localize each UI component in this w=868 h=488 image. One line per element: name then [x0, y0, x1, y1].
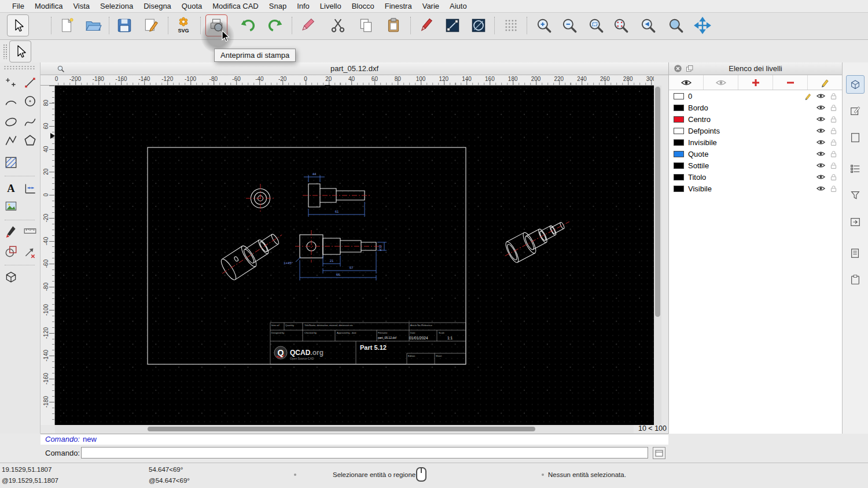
- copy-button[interactable]: [355, 14, 377, 36]
- circle-null-layer-button[interactable]: [468, 14, 490, 36]
- line-tool-button[interactable]: [21, 73, 39, 91]
- horizontal-scrollbar-thumb[interactable]: [148, 427, 535, 431]
- redo-button[interactable]: [264, 14, 286, 36]
- vertical-scrollbar[interactable]: [654, 86, 661, 425]
- zoom-auto-button[interactable]: [585, 14, 607, 36]
- menu-item-modifica-cad[interactable]: Modifica CAD: [207, 1, 263, 12]
- menu-item-file[interactable]: File: [7, 1, 30, 12]
- layer-visibility-eye-icon[interactable]: [816, 186, 825, 191]
- viewport-3d-tool-button[interactable]: [2, 268, 20, 286]
- pan-button[interactable]: [692, 14, 713, 36]
- arc-tool-button[interactable]: [2, 92, 20, 110]
- dock-clipboard-button[interactable]: [846, 271, 865, 289]
- layer-visibility-eye-icon[interactable]: [816, 105, 825, 110]
- hide-all-layers-button[interactable]: [704, 75, 738, 90]
- horizontal-scrollbar[interactable]: [55, 425, 634, 433]
- layer-row[interactable]: Defpoints: [669, 125, 842, 136]
- add-layer-button[interactable]: [738, 75, 773, 90]
- menu-item-seleziona[interactable]: Seleziona: [95, 1, 138, 12]
- dock-sheet-button[interactable]: [846, 128, 865, 147]
- edit-layer-button[interactable]: [808, 75, 842, 90]
- menu-item-quota[interactable]: Quota: [176, 1, 207, 12]
- measure-tool-button[interactable]: [21, 221, 39, 239]
- circle-tool-button[interactable]: [21, 92, 39, 110]
- grid-toggle-button[interactable]: [500, 14, 522, 36]
- layer-row[interactable]: Invisibile: [669, 136, 842, 148]
- layer-lock-icon[interactable]: [830, 104, 837, 112]
- dock-reference-button[interactable]: [846, 213, 865, 231]
- command-input[interactable]: [81, 447, 648, 459]
- palette-grip[interactable]: [3, 65, 36, 71]
- command-options-button[interactable]: [653, 447, 665, 459]
- dock-document-button[interactable]: [846, 244, 865, 263]
- layer-visibility-eye-icon[interactable]: [816, 93, 825, 99]
- open-file-button[interactable]: [82, 14, 104, 36]
- zoom-out-button[interactable]: [558, 14, 580, 36]
- layer-row[interactable]: Visibile: [669, 183, 842, 194]
- image-tool-button[interactable]: [2, 197, 20, 215]
- menu-item-varie[interactable]: Varie: [417, 1, 444, 12]
- save-as-button[interactable]: [140, 14, 162, 36]
- erase-button[interactable]: [296, 14, 318, 36]
- dimension-tool-button[interactable]: [21, 179, 39, 197]
- zoom-window-button[interactable]: [665, 14, 687, 36]
- new-file-button[interactable]: [56, 14, 78, 36]
- layer-row[interactable]: Sottile: [669, 160, 842, 171]
- zoom-in-button[interactable]: [533, 14, 555, 36]
- menu-item-info[interactable]: Info: [292, 1, 315, 12]
- dock-list-button[interactable]: [846, 160, 865, 178]
- layer-visibility-eye-icon[interactable]: [816, 116, 825, 122]
- edit-entity-button[interactable]: [442, 14, 464, 36]
- polygon-tool-button[interactable]: [21, 131, 39, 149]
- zoom-selection-button[interactable]: [610, 14, 632, 36]
- menu-item-blocco[interactable]: Blocco: [347, 1, 380, 12]
- layer-lock-icon[interactable]: [830, 185, 837, 193]
- layer-lock-icon[interactable]: [830, 173, 837, 181]
- layer-lock-icon[interactable]: [830, 116, 837, 123]
- layer-lock-icon[interactable]: [830, 127, 837, 135]
- text-tool-button[interactable]: A: [2, 179, 20, 197]
- vertical-scrollbar-thumb[interactable]: [655, 87, 660, 317]
- layer-row[interactable]: Centro: [669, 113, 842, 125]
- layer-lock-icon[interactable]: [830, 162, 837, 169]
- menu-item-livello[interactable]: Livello: [315, 1, 347, 12]
- spline-tool-button[interactable]: [21, 113, 39, 131]
- menu-item-finestra[interactable]: Finestra: [380, 1, 417, 12]
- undo-button[interactable]: [237, 14, 259, 36]
- point-tool-button[interactable]: [2, 73, 20, 91]
- property-pen-button[interactable]: [415, 14, 437, 36]
- layer-lock-icon[interactable]: [830, 139, 837, 146]
- dock-filter-button[interactable]: [846, 186, 865, 205]
- menu-item-vista[interactable]: Vista: [68, 1, 95, 12]
- save-button[interactable]: [113, 14, 135, 36]
- drawing-canvas[interactable]: 44 61 21 57 66 ø10 1×45°: [55, 86, 654, 425]
- layer-row[interactable]: Titolo: [669, 171, 842, 183]
- layer-visibility-eye-icon[interactable]: [816, 128, 825, 134]
- menu-item-modifica[interactable]: Modifica: [30, 1, 68, 12]
- remove-layer-button[interactable]: [773, 75, 808, 90]
- layer-visibility-eye-icon[interactable]: [816, 151, 825, 157]
- layer-visibility-eye-icon[interactable]: [816, 174, 825, 180]
- paste-button[interactable]: [382, 14, 404, 36]
- layer-row[interactable]: Bordo: [669, 102, 842, 113]
- toolbar-grip[interactable]: [3, 44, 7, 59]
- layer-row[interactable]: Quote: [669, 148, 842, 160]
- menu-item-disegna[interactable]: Disegna: [138, 1, 176, 12]
- layer-row[interactable]: 0: [669, 90, 842, 102]
- select-tool-button[interactable]: [7, 14, 29, 36]
- shape-boolean-tool-button[interactable]: [2, 242, 20, 260]
- menu-item-aiuto[interactable]: Aiuto: [444, 1, 472, 12]
- dock-viewport-button[interactable]: [846, 75, 865, 94]
- polyline-tool-button[interactable]: [2, 131, 20, 149]
- dock-block-edit-button[interactable]: [846, 102, 865, 120]
- freehand-tool-button[interactable]: [2, 221, 20, 239]
- layer-lock-icon[interactable]: [830, 93, 837, 100]
- menu-item-snap[interactable]: Snap: [264, 1, 292, 12]
- modify-tool-button[interactable]: [21, 242, 39, 260]
- layer-visibility-eye-icon[interactable]: [816, 139, 825, 145]
- hatch-tool-button[interactable]: [2, 153, 20, 171]
- ellipse-tool-button[interactable]: [2, 113, 20, 131]
- document-tab-bar[interactable]: part_05.12.dxf: [41, 62, 668, 75]
- show-all-layers-button[interactable]: [669, 75, 704, 90]
- zoom-previous-button[interactable]: [637, 14, 659, 36]
